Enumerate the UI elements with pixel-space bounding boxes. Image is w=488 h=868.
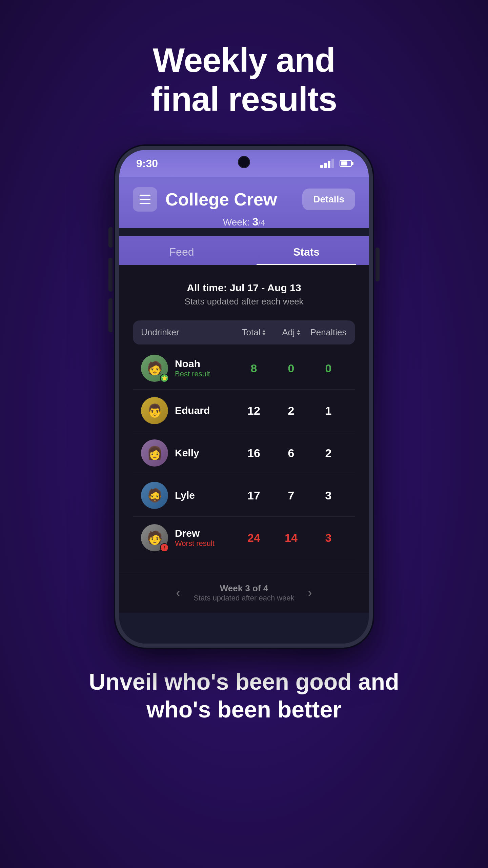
pagination-week: Week 3 of 4	[194, 583, 294, 594]
tab-bar: Feed Stats	[119, 236, 369, 265]
cell-total-drew: 24	[235, 531, 272, 545]
cell-total-kelly: 16	[235, 447, 272, 460]
col-undrinker-header: Undrinker	[141, 327, 235, 338]
sort-total-icon[interactable]	[262, 330, 266, 335]
stats-content: All time: Jul 17 - Aug 13 Stats updated …	[119, 265, 369, 573]
cell-adj-noah: 0	[272, 362, 310, 375]
pagination-sub: Stats updated after each week	[194, 594, 294, 603]
week-total: /4	[258, 218, 265, 227]
cell-penalties-noah: 0	[310, 362, 347, 375]
cell-adj-eduard: 2	[272, 404, 310, 417]
user-label-noah: Best result	[175, 370, 210, 378]
avatar-wrap-kelly: 👩	[141, 439, 168, 467]
cell-adj-kelly: 6	[272, 447, 310, 460]
battery-icon	[340, 160, 352, 167]
menu-line-3	[140, 203, 150, 204]
best-badge-noah: ⭐	[160, 374, 169, 382]
volume-down-button	[108, 298, 113, 332]
worst-badge-drew: !	[160, 543, 169, 552]
signal-bar-2	[324, 163, 327, 168]
cell-total-lyle: 17	[235, 489, 272, 502]
avatar-wrap-drew: 🧑 !	[141, 524, 168, 551]
user-name-wrap-kelly: Kelly	[175, 447, 199, 459]
table-row: 👩 Kelly 16 6 2	[133, 432, 355, 474]
signal-icon	[320, 159, 334, 168]
stats-table: Undrinker Total Adj	[133, 320, 355, 559]
user-info-drew: 🧑 ! Drew Worst result	[141, 524, 235, 551]
menu-line-2	[140, 199, 150, 200]
cell-penalties-drew: 3	[310, 531, 347, 545]
signal-bar-3	[328, 161, 330, 168]
prev-week-button[interactable]: ‹	[176, 586, 180, 600]
avatar-kelly: 👩	[141, 439, 168, 467]
cell-penalties-kelly: 2	[310, 447, 347, 460]
power-button	[375, 248, 380, 281]
signal-bar-4	[331, 159, 334, 168]
avatar-lyle: 🧔	[141, 482, 168, 509]
stats-period-title: All time: Jul 17 - Aug 13	[133, 282, 355, 294]
user-info-noah: 🧑 ⭐ Noah Best result	[141, 355, 235, 382]
avatar-wrap-noah: 🧑 ⭐	[141, 355, 168, 382]
stats-period-sub: Stats updated after each week	[133, 296, 355, 307]
table-row: 🧑 ⭐ Noah Best result 8 0 0	[133, 347, 355, 390]
header-top: College Crew Details	[133, 187, 355, 212]
status-time: 9:30	[136, 157, 158, 170]
user-info-lyle: 🧔 Lyle	[141, 482, 235, 509]
user-name-wrap-noah: Noah Best result	[175, 358, 210, 378]
user-name-kelly: Kelly	[175, 447, 199, 459]
volume-up-button	[108, 258, 113, 292]
table-row: 🧔 Lyle 17 7 3	[133, 474, 355, 517]
avatar-eduard: 👨	[141, 397, 168, 424]
avatar-face-lyle: 🧔	[141, 482, 168, 509]
col-penalties-header: Penalties	[310, 327, 347, 338]
week-current: 3	[252, 216, 258, 228]
user-name-lyle: Lyle	[175, 490, 195, 501]
page-title: Weekly and final results	[151, 41, 337, 119]
cell-total-noah: 8	[235, 362, 272, 375]
cell-adj-drew: 14	[272, 531, 310, 545]
cell-adj-lyle: 7	[272, 489, 310, 502]
user-name-wrap-eduard: Eduard	[175, 405, 210, 416]
tab-feed[interactable]: Feed	[119, 236, 244, 265]
cell-penalties-eduard: 1	[310, 404, 347, 417]
phone-mockup: 9:30 C	[115, 146, 373, 648]
col-adj-header: Adj	[272, 327, 310, 338]
status-bar: 9:30	[119, 150, 369, 177]
user-info-eduard: 👨 Eduard	[141, 397, 235, 424]
user-name-eduard: Eduard	[175, 405, 210, 416]
app-header: College Crew Details Week: 3/4	[119, 177, 369, 228]
cell-total-eduard: 12	[235, 404, 272, 417]
battery-fill	[341, 161, 347, 165]
signal-bar-1	[320, 165, 323, 168]
avatar-face-kelly: 👩	[141, 439, 168, 467]
menu-line-1	[140, 195, 150, 196]
table-row: 👨 Eduard 12 2 1	[133, 390, 355, 432]
league-title: College Crew	[165, 189, 302, 210]
avatar-wrap-eduard: 👨	[141, 397, 168, 424]
table-row: 🧑 ! Drew Worst result 24 14 3	[133, 517, 355, 559]
pagination: ‹ Week 3 of 4 Stats updated after each w…	[119, 573, 369, 613]
stats-period: All time: Jul 17 - Aug 13 Stats updated …	[133, 282, 355, 307]
col-total-header: Total	[235, 327, 272, 338]
avatar-face-eduard: 👨	[141, 397, 168, 424]
table-header: Undrinker Total Adj	[133, 320, 355, 344]
avatar-wrap-lyle: 🧔	[141, 482, 168, 509]
sort-adj-icon[interactable]	[297, 330, 300, 335]
camera-notch	[238, 156, 250, 168]
details-button[interactable]: Details	[302, 189, 355, 210]
tagline: Unveil who's been good andwho's been bet…	[62, 668, 426, 723]
menu-button[interactable]	[133, 187, 157, 212]
status-icons	[320, 159, 352, 168]
user-name-wrap-drew: Drew Worst result	[175, 528, 215, 548]
mute-button	[108, 227, 113, 248]
tab-stats[interactable]: Stats	[244, 236, 369, 265]
user-info-kelly: 👩 Kelly	[141, 439, 235, 467]
next-week-button[interactable]: ›	[308, 586, 312, 600]
pagination-text: Week 3 of 4 Stats updated after each wee…	[194, 583, 294, 603]
user-name-wrap-lyle: Lyle	[175, 490, 195, 501]
week-label: Week: 3/4	[133, 216, 355, 228]
cell-penalties-lyle: 3	[310, 489, 347, 502]
user-name-drew: Drew	[175, 528, 215, 539]
phone-screen: 9:30 C	[119, 150, 369, 644]
user-label-drew: Worst result	[175, 539, 215, 548]
